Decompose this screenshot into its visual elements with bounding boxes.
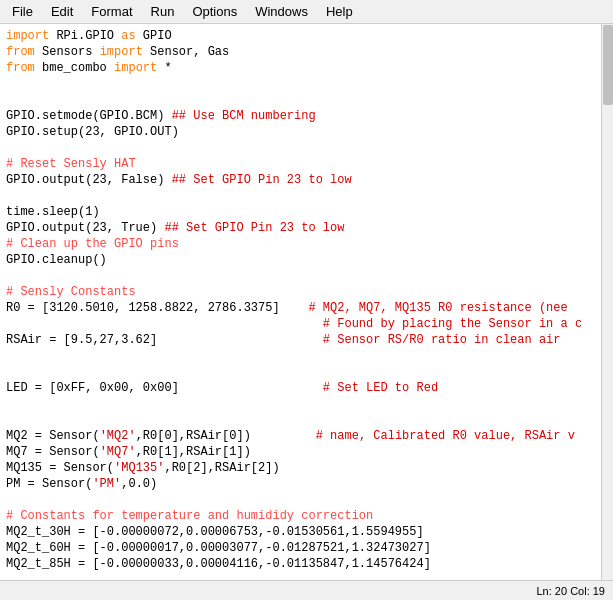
statusbar: Ln: 20 Col: 19 xyxy=(0,580,613,600)
code-line: LED = [0xFF, 0x00, 0x00] # Set LED to Re… xyxy=(6,380,607,396)
code-line: import RPi.GPIO as GPIO xyxy=(6,28,607,44)
code-line: MQ2_t_60H = [-0.00000017,0.00003077,-0.0… xyxy=(6,540,607,556)
code-line: MQ2 = Sensor('MQ2',R0[0],RSAir[0]) # nam… xyxy=(6,428,607,444)
menubar: File Edit Format Run Options Windows Hel… xyxy=(0,0,613,24)
code-line: GPIO.setup(23, GPIO.OUT) xyxy=(6,124,607,140)
code-line: GPIO.setmode(GPIO.BCM) ## Use BCM number… xyxy=(6,108,607,124)
code-line xyxy=(6,364,607,380)
code-line: MQ7 = Sensor('MQ7',R0[1],RSAir[1]) xyxy=(6,444,607,460)
code-line xyxy=(6,492,607,508)
code-line: from Sensors import Sensor, Gas xyxy=(6,44,607,60)
vertical-scrollbar[interactable] xyxy=(601,24,613,580)
menu-help[interactable]: Help xyxy=(318,2,361,21)
code-line: R0 = [3120.5010, 1258.8822, 2786.3375] #… xyxy=(6,300,607,316)
code-line: from bme_combo import * xyxy=(6,60,607,76)
cursor-position: Ln: 20 Col: 19 xyxy=(537,585,606,597)
editor-container: import RPi.GPIO as GPIO from Sensors imp… xyxy=(0,24,613,580)
code-line xyxy=(6,572,607,580)
menu-edit[interactable]: Edit xyxy=(43,2,81,21)
code-line xyxy=(6,268,607,284)
code-line: # Constants for temperature and humididy… xyxy=(6,508,607,524)
code-line xyxy=(6,188,607,204)
code-line: GPIO.output(23, True) ## Set GPIO Pin 23… xyxy=(6,220,607,236)
code-line xyxy=(6,140,607,156)
code-line xyxy=(6,92,607,108)
code-line: # Clean up the GPIO pins xyxy=(6,236,607,252)
code-line xyxy=(6,396,607,412)
code-line: time.sleep(1) xyxy=(6,204,607,220)
code-line: # Sensly Constants xyxy=(6,284,607,300)
menu-file[interactable]: File xyxy=(4,2,41,21)
editor-scroll[interactable]: import RPi.GPIO as GPIO from Sensors imp… xyxy=(0,24,613,580)
code-line: MQ135 = Sensor('MQ135',R0[2],RSAir[2]) xyxy=(6,460,607,476)
menu-run[interactable]: Run xyxy=(143,2,183,21)
menu-options[interactable]: Options xyxy=(184,2,245,21)
code-line xyxy=(6,76,607,92)
code-line: GPIO.output(23, False) ## Set GPIO Pin 2… xyxy=(6,172,607,188)
menu-format[interactable]: Format xyxy=(83,2,140,21)
code-line: # Reset Sensly HAT xyxy=(6,156,607,172)
code-line: PM = Sensor('PM',0.0) xyxy=(6,476,607,492)
menu-windows[interactable]: Windows xyxy=(247,2,316,21)
code-line: MQ2_t_30H = [-0.00000072,0.00006753,-0.0… xyxy=(6,524,607,540)
code-line: RSAir = [9.5,27,3.62] # Sensor RS/R0 rat… xyxy=(6,332,607,348)
code-line: # Found by placing the Sensor in a c xyxy=(6,316,607,332)
code-line xyxy=(6,348,607,364)
code-line: GPIO.cleanup() xyxy=(6,252,607,268)
scrollbar-thumb[interactable] xyxy=(603,25,613,105)
code-area: import RPi.GPIO as GPIO from Sensors imp… xyxy=(0,24,613,580)
code-line xyxy=(6,412,607,428)
code-line: MQ2_t_85H = [-0.00000033,0.00004116,-0.0… xyxy=(6,556,607,572)
